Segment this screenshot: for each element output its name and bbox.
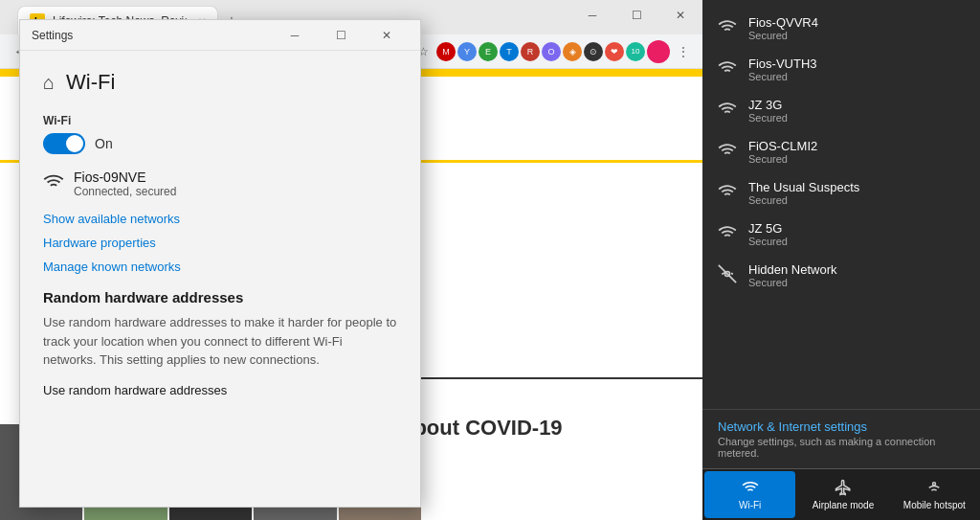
wifi-network-item[interactable]: JZ 5G Secured	[702, 214, 980, 255]
wifi-net-secured: Secured	[748, 71, 817, 82]
toolbar-icons: ☆ M Y E T R O ◈ ⊙ ❤ 10 ⋮	[412, 40, 695, 63]
taskbar-hotspot-button[interactable]: Mobile hotspot	[889, 469, 980, 520]
settings-window: Settings ─ ☐ ✕ ⌂ Wi-Fi Wi-Fi On	[19, 19, 421, 508]
wifi-toggle-row: On	[43, 133, 397, 154]
ext-icon-1[interactable]: M	[436, 42, 456, 61]
wifi-hidden-icon	[718, 264, 737, 288]
settings-title: Settings	[32, 29, 73, 42]
restore-button[interactable]: ☐	[614, 0, 658, 31]
connected-network: Fios-09NVE Connected, secured	[43, 170, 397, 198]
wifi-net-secured: Secured	[748, 153, 817, 165]
ext-icon-2[interactable]: Y	[457, 42, 477, 61]
network-settings-link[interactable]: Network & Internet settings	[718, 419, 965, 434]
wifi-network-item[interactable]: JZ 3G Secured	[702, 90, 980, 131]
settings-page-header: ⌂ Wi-Fi	[43, 70, 397, 95]
connected-network-name: Fios-09NVE	[74, 170, 176, 185]
menu-button[interactable]: ⋮	[672, 40, 695, 63]
browser-close-button[interactable]: ✕	[658, 0, 702, 31]
wifi-net-info: JZ 3G Secured	[748, 98, 788, 124]
ext-icon-10[interactable]: 10	[626, 42, 645, 61]
wifi-net-secured: Secured	[748, 277, 837, 288]
manage-networks-link[interactable]: Manage known networks	[43, 260, 397, 274]
wifi-network-item[interactable]: Fios-VUTH3 Secured	[702, 49, 980, 90]
wifi-network-item[interactable]: The Usual Suspects Secured	[702, 172, 980, 214]
wifi-net-name: JZ 3G	[748, 98, 788, 112]
hardware-properties-link[interactable]: Hardware properties	[43, 236, 397, 250]
wifi-net-info: Hidden Network Secured	[748, 262, 837, 288]
network-settings-desc: Change settings, such as making a connec…	[718, 436, 965, 459]
wifi-net-icon	[718, 58, 737, 82]
wifi-net-icon	[718, 182, 737, 206]
ext-icon-4[interactable]: T	[500, 42, 519, 61]
wifi-network-item[interactable]: Hidden Network Secured	[702, 255, 980, 296]
random-hw-desc: Use random hardware addresses to make it…	[43, 313, 397, 370]
browser-window: L Lifewire: Tech News, Reviews, He... ✕ …	[0, 0, 980, 520]
wifi-toggle-label: On	[95, 136, 113, 151]
ext-icon-9[interactable]: ❤	[605, 42, 624, 61]
connected-network-status: Connected, secured	[74, 185, 176, 198]
taskbar-airplane-label: Airplane mode	[813, 500, 874, 510]
taskbar-wifi-label: Wi-Fi	[739, 500, 761, 510]
wifi-network-item[interactable]: Fios-QVVR4 Secured	[702, 8, 980, 49]
wifi-net-name: Fios-VUTH3	[748, 57, 817, 71]
svg-point-10	[933, 483, 936, 486]
wifi-net-name: FiOS-CLMI2	[748, 139, 817, 153]
taskbar-airplane-button[interactable]: Airplane mode	[797, 469, 888, 520]
wifi-network-item[interactable]: FiOS-CLMI2 Secured	[702, 131, 980, 172]
wifi-home-icon: ⌂	[43, 72, 55, 94]
wifi-net-icon	[718, 223, 737, 247]
wifi-net-secured: Secured	[748, 194, 859, 206]
profile-avatar[interactable]	[647, 40, 670, 63]
wifi-networks-panel: Fios-QVVR4 Secured Fios-VUTH3 Secured	[702, 0, 980, 520]
ext-icon-7[interactable]: ◈	[563, 42, 582, 61]
random-hw-toggle-label: Use random hardware addresses	[43, 383, 227, 397]
wifi-signal-icon	[43, 171, 64, 197]
settings-page-title: Wi-Fi	[66, 70, 115, 95]
settings-body: ⌂ Wi-Fi Wi-Fi On Fios-09NVE	[20, 51, 420, 507]
wifi-net-info: Fios-QVVR4 Secured	[748, 15, 818, 41]
wifi-net-secured: Secured	[748, 112, 788, 124]
window-controls: ─ ☐ ✕	[570, 0, 702, 31]
taskbar-hotspot-label: Mobile hotspot	[903, 500, 966, 510]
wifi-net-name: Fios-QVVR4	[748, 15, 818, 30]
wifi-net-info: Fios-VUTH3 Secured	[748, 57, 817, 82]
titlebar-controls: ─ ☐ ✕	[273, 20, 409, 51]
wifi-toggle[interactable]	[43, 133, 85, 154]
taskbar-wifi-button[interactable]: Wi-Fi	[704, 471, 795, 518]
wifi-section-label: Wi-Fi	[43, 114, 397, 127]
wifi-net-name: Hidden Network	[748, 262, 837, 277]
ext-icon-8[interactable]: ⊙	[584, 42, 603, 61]
minimize-button[interactable]: ─	[570, 0, 614, 31]
wifi-panel-footer: Network & Internet settings Change setti…	[702, 409, 980, 520]
wifi-net-icon	[718, 141, 737, 165]
wifi-net-info: The Usual Suspects Secured	[748, 180, 859, 206]
wifi-net-name: The Usual Suspects	[748, 180, 859, 194]
random-hw-header: Random hardware addresses	[43, 289, 397, 305]
taskbar-quick-actions: Wi-Fi Airplane mode Mobile hotspot	[702, 468, 980, 520]
wifi-net-secured: Secured	[748, 30, 818, 41]
wifi-net-icon	[718, 17, 737, 41]
settings-close[interactable]: ✕	[365, 20, 409, 51]
random-hw-toggle-row: Use random hardware addresses	[43, 383, 397, 397]
wifi-networks-list: Fios-QVVR4 Secured Fios-VUTH3 Secured	[702, 0, 980, 304]
wifi-net-name: JZ 5G	[748, 221, 788, 236]
ext-icon-6[interactable]: O	[542, 42, 561, 61]
connected-network-info: Fios-09NVE Connected, secured	[74, 170, 176, 198]
wifi-net-icon	[718, 100, 737, 124]
settings-minimize[interactable]: ─	[273, 20, 317, 51]
wifi-net-info: FiOS-CLMI2 Secured	[748, 139, 817, 165]
wifi-net-info: JZ 5G Secured	[748, 221, 788, 247]
show-networks-link[interactable]: Show available networks	[43, 212, 397, 226]
network-internet-settings[interactable]: Network & Internet settings Change setti…	[702, 409, 980, 468]
ext-icon-3[interactable]: E	[479, 42, 498, 61]
settings-restore[interactable]: ☐	[319, 20, 363, 51]
settings-titlebar: Settings ─ ☐ ✕	[20, 20, 420, 51]
wifi-net-secured: Secured	[748, 236, 788, 247]
ext-icon-5[interactable]: R	[521, 42, 540, 61]
